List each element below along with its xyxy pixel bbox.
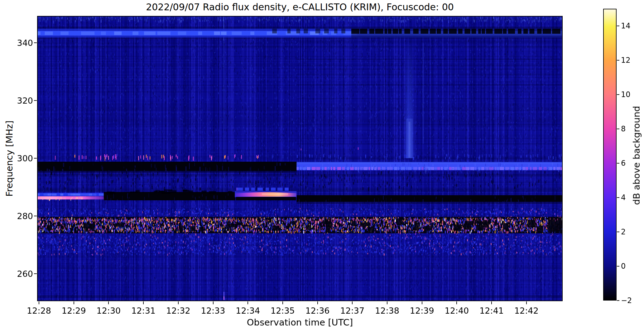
x-axis-label: Observation time [UTC] — [37, 317, 563, 328]
x-tick-mark — [422, 301, 422, 304]
colorbar-tick-label: 0 — [621, 262, 626, 271]
x-tick-label: 12:40 — [445, 306, 469, 316]
colorbar-tick-mark — [617, 26, 619, 26]
x-tick-mark — [248, 301, 248, 304]
colorbar-tick-mark — [617, 266, 619, 267]
y-tick-mark — [34, 42, 37, 43]
x-tick-label: 12:32 — [166, 306, 190, 316]
x-tick-mark — [491, 301, 492, 304]
colorbar-tick-mark — [617, 129, 619, 129]
x-tick-mark — [178, 301, 179, 304]
x-tick-label: 12:33 — [201, 306, 225, 316]
x-tick-mark — [387, 301, 387, 304]
colorbar-tick-label: 14 — [621, 22, 631, 30]
colorbar-label: dB above background — [631, 106, 642, 205]
colorbar-tick-label: 10 — [621, 90, 631, 99]
spectrogram-figure: 2022/09/07 Radio flux density, e-CALLIST… — [0, 0, 644, 333]
colorbar — [603, 9, 617, 301]
x-tick-label: 12:35 — [271, 306, 295, 316]
x-tick-mark — [352, 301, 353, 304]
y-tick-mark — [34, 273, 37, 274]
x-tick-label: 12:29 — [62, 306, 86, 316]
x-tick-mark — [526, 301, 527, 304]
colorbar-tick-mark — [617, 232, 619, 232]
colorbar-tick-mark — [617, 60, 619, 61]
x-tick-mark — [213, 301, 214, 304]
colorbar-tick-mark — [617, 300, 619, 301]
colorbar-tick-label: 12 — [621, 56, 631, 65]
spectrogram-canvas — [0, 0, 644, 333]
colorbar-tick-mark — [617, 94, 619, 95]
colorbar-tick-mark — [617, 163, 619, 164]
x-tick-label: 12:28 — [27, 306, 51, 316]
x-tick-label: 12:37 — [340, 306, 364, 316]
x-tick-label: 12:36 — [305, 306, 330, 316]
x-tick-mark — [456, 301, 457, 304]
x-tick-label: 12:31 — [131, 306, 156, 316]
x-tick-mark — [317, 301, 318, 304]
x-tick-label: 12:39 — [410, 306, 434, 316]
y-tick-label: 260 — [0, 269, 33, 279]
colorbar-tick-label: 6 — [621, 159, 626, 168]
y-tick-label: 320 — [0, 96, 33, 105]
x-tick-label: 12:34 — [236, 306, 260, 316]
y-tick-label: 340 — [0, 38, 33, 48]
y-tick-label: 280 — [0, 211, 33, 221]
colorbar-tick-label: −2 — [621, 296, 632, 305]
x-tick-mark — [143, 301, 144, 304]
y-tick-mark — [34, 216, 37, 216]
x-tick-label: 12:42 — [514, 306, 539, 316]
x-tick-mark — [282, 301, 283, 304]
colorbar-tick-label: 8 — [621, 125, 626, 133]
colorbar-tick-mark — [617, 197, 619, 198]
y-tick-mark — [34, 158, 37, 159]
colorbar-tick-label: 4 — [621, 193, 626, 202]
y-tick-label: 300 — [0, 154, 33, 163]
x-tick-label: 12:41 — [479, 306, 504, 316]
x-tick-mark — [39, 301, 39, 304]
colorbar-tick-label: 2 — [621, 228, 626, 236]
x-tick-mark — [74, 301, 74, 304]
x-tick-label: 12:30 — [96, 306, 121, 316]
x-tick-mark — [108, 301, 109, 304]
y-tick-mark — [34, 100, 37, 101]
x-tick-label: 12:38 — [375, 306, 399, 316]
